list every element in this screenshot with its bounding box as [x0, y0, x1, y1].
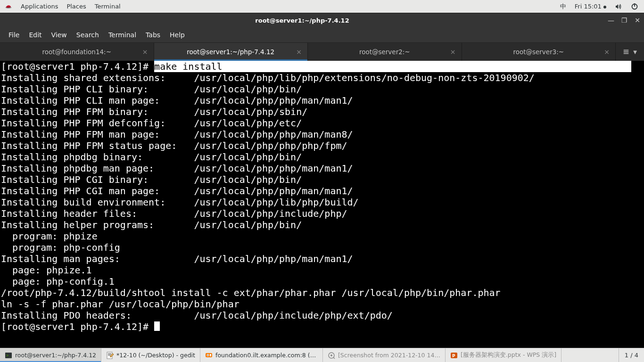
redhat-icon: [5, 3, 12, 10]
svg-rect-4: [624, 51, 629, 52]
minimize-button[interactable]: —: [604, 14, 618, 27]
window-title: root@server1:~/php-7.4.12: [0, 17, 604, 24]
tab-foundation14[interactable]: root@foundation14:~ ×: [0, 43, 154, 61]
svg-point-14: [330, 354, 332, 356]
task-label: foundation0.ilt.example.com:8 (kios...: [215, 352, 318, 359]
remote-icon: [205, 352, 213, 359]
eye-icon: [328, 352, 335, 359]
menu-places[interactable]: Places: [66, 3, 86, 10]
menu-search[interactable]: Search: [72, 29, 104, 41]
tab-label: root@foundation14:~: [42, 48, 111, 56]
svg-line-15: [333, 357, 335, 359]
volume-icon[interactable]: [615, 3, 622, 10]
chevron-down-icon: ▼: [633, 49, 637, 55]
taskbar: >_root@server1:~/php-7.4.12*12-10 (~/Des…: [0, 348, 644, 362]
svg-point-0: [5, 7, 11, 8]
task-label: *12-10 (~/Desktop) - gedit: [116, 352, 195, 359]
close-icon[interactable]: ×: [450, 48, 456, 56]
tab-server1[interactable]: root@server1:~/php-7.4.12 ×: [154, 43, 308, 61]
terminal-window: root@server1:~/php-7.4.12 — ❐ ✕ File Edi…: [0, 13, 644, 345]
task-item[interactable]: [Screenshot from 2021-12-10 14-...: [323, 348, 446, 362]
menu-help[interactable]: Help: [165, 29, 190, 41]
terminal-output[interactable]: [root@server1 php-7.4.12]# make install …: [0, 61, 644, 332]
svg-point-11: [207, 354, 208, 355]
menu-applications[interactable]: Applications: [21, 3, 58, 10]
task-item[interactable]: >_root@server1:~/php-7.4.12: [0, 348, 101, 362]
tabbar: root@foundation14:~ × root@server1:~/php…: [0, 43, 644, 61]
tab-server2[interactable]: root@server2:~ ×: [308, 43, 462, 61]
close-icon[interactable]: ×: [142, 48, 148, 56]
menubar: File Edit View Search Terminal Tabs Help: [0, 27, 644, 43]
svg-rect-5: [624, 53, 629, 54]
close-button[interactable]: ✕: [631, 14, 644, 27]
menu-terminal-app[interactable]: Terminal: [95, 3, 121, 10]
svg-rect-12: [210, 354, 211, 356]
list-icon: [623, 49, 629, 55]
menu-file[interactable]: File: [4, 29, 24, 41]
tab-overflow[interactable]: ▼: [616, 43, 644, 61]
gedit-icon: [106, 352, 114, 359]
task-item[interactable]: foundation0.ilt.example.com:8 (kios...: [200, 348, 323, 362]
task-label: [服务器架构演变.pptx - WPS 演示]: [461, 351, 556, 359]
wps-icon: P: [450, 352, 458, 359]
menu-terminal[interactable]: Terminal: [104, 29, 141, 41]
titlebar[interactable]: root@server1:~/php-7.4.12 — ❐ ✕: [0, 13, 644, 27]
workspace-indicator[interactable]: 1 / 4: [619, 348, 644, 362]
ime-indicator[interactable]: 中: [560, 2, 566, 11]
tab-label: root@server3:~: [513, 48, 564, 56]
close-icon[interactable]: ×: [604, 48, 610, 56]
menu-tabs[interactable]: Tabs: [141, 29, 165, 41]
svg-text:P: P: [452, 354, 455, 358]
terminal-icon: >_: [5, 352, 12, 359]
svg-rect-3: [624, 50, 629, 51]
menu-view[interactable]: View: [47, 29, 72, 41]
close-icon[interactable]: ×: [296, 48, 302, 56]
svg-text:>_: >_: [6, 353, 11, 358]
task-item[interactable]: *12-10 (~/Desktop) - gedit: [101, 348, 200, 362]
menu-edit[interactable]: Edit: [24, 29, 46, 41]
maximize-button[interactable]: ❐: [618, 14, 631, 27]
tab-server3[interactable]: root@server3:~ ×: [462, 43, 616, 61]
tab-label: root@server1:~/php-7.4.12: [187, 48, 274, 56]
task-label: [Screenshot from 2021-12-10 14-...: [338, 352, 440, 359]
power-icon[interactable]: [631, 3, 638, 10]
task-label: root@server1:~/php-7.4.12: [15, 352, 96, 359]
gnome-top-panel: Applications Places Terminal 中 Fri 15:01: [0, 0, 644, 13]
tab-label: root@server2:~: [359, 48, 410, 56]
task-item[interactable]: P[服务器架构演变.pptx - WPS 演示]: [446, 348, 561, 362]
clock[interactable]: Fri 15:01: [575, 3, 606, 10]
